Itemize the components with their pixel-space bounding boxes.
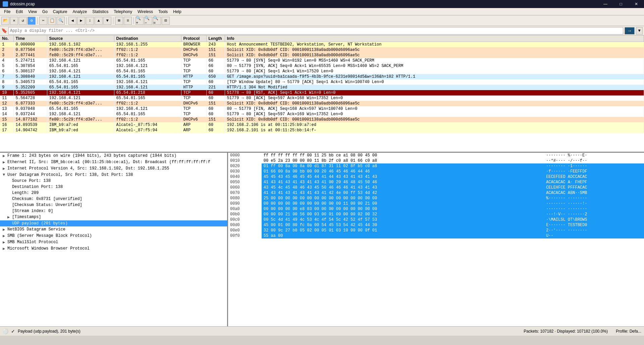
hex-ascii: ········ ·1······: [544, 163, 644, 169]
cell-no: 5: [0, 63, 13, 69]
detail-row-ethernet[interactable]: ▶Ethernet II, Src: IBM_bb:ce:a1 (00:11:2…: [0, 159, 227, 165]
detail-row-udp-stream[interactable]: [Stream index: 0]: [0, 208, 227, 214]
table-row[interactable]: 6 5.308137 192.168.4.121 65.54.81.165 TC…: [0, 69, 644, 74]
toolbar-cut-button[interactable]: ✂: [39, 17, 47, 25]
table-row[interactable]: 10 5.352605 192.168.4.121 65.54.81.218 T…: [0, 90, 644, 95]
cell-dst: 65.54.81.165: [114, 58, 181, 63]
toolbar-zoom-normal-button[interactable]: 🔍=: [153, 17, 161, 25]
close-button[interactable]: ✕: [629, 0, 644, 8]
cell-src: 65.54.81.165: [47, 79, 114, 85]
expand-icon: ▶: [3, 233, 7, 238]
bottom-panels: ▶Frame 1: 243 bytes on wire (1944 bits),…: [0, 153, 644, 336]
table-row[interactable]: 4 5.274711 192.168.4.121 65.54.81.165 TC…: [0, 58, 644, 63]
menu-item-edit[interactable]: Edit: [13, 9, 25, 15]
table-row[interactable]: 17 14.904742 IBM_b9:a7:ed Alcatel-_87:f5…: [0, 128, 644, 133]
hex-bytes: 41 43 41 43 41 43 41 43 41 00 20 46 48 4…: [262, 180, 544, 185]
packet-list[interactable]: No. Time Source Destination Protocol Len…: [0, 36, 644, 153]
table-row[interactable]: 1 0.000000 192.168.1.102 192.168.1.255 B…: [0, 42, 644, 48]
cell-dst: ff02::1:2: [114, 101, 181, 106]
table-row[interactable]: 5 5.307854 65.54.81.165 192.168.4.121 TC…: [0, 63, 644, 69]
toolbar-capture-button[interactable]: ⚙: [28, 17, 36, 25]
hex-view[interactable]: 0000 ff ff ff ff ff ff 00 11 25 bb ce a1…: [228, 153, 644, 336]
toolbar-goto-button[interactable]: ↕: [86, 17, 94, 25]
cell-proto: DHCPv6: [181, 117, 206, 122]
filter-input[interactable]: [8, 27, 623, 34]
toolbar-copy-button[interactable]: 📋: [48, 17, 56, 25]
cell-dst: 192.168.1.255: [114, 42, 181, 48]
detail-row-timestamps[interactable]: ▶[Timestamps]: [0, 214, 227, 220]
cell-time: 2.877441: [13, 53, 47, 58]
table-row[interactable]: 15 14.877182 fe80::5c29:ff4:d3e7... ff02…: [0, 117, 644, 122]
cell-proto: DHCPv6: [181, 101, 206, 106]
minimize-button[interactable]: —: [598, 0, 613, 8]
filter-dropdown-button[interactable]: ▼: [636, 27, 643, 34]
menu-item-go[interactable]: Go: [40, 9, 50, 15]
toolbar-reload-button[interactable]: ↺: [19, 17, 27, 25]
table-row[interactable]: 14 9.037244 192.168.4.121 65.54.81.165 T…: [0, 112, 644, 117]
table-row[interactable]: 3 2.877441 fe80::5c29:ff4:d3e7... ff02::…: [0, 53, 644, 58]
cell-info: 192.168.2.101 is at 00:11:25:bb:14:f-: [225, 128, 644, 133]
cell-len: 60: [206, 106, 225, 112]
cell-dst: 65.54.81.165: [114, 74, 181, 79]
detail-row-udp[interactable]: ▼User Datagram Protocol, Src Port: 138, …: [0, 172, 227, 178]
detail-text: User Datagram Protocol, Src Port: 138, D…: [7, 172, 224, 177]
toolbar-find-button[interactable]: 🔍: [57, 17, 65, 25]
detail-row-ip[interactable]: ▶Internet Protocol Version 4, Src: 192.1…: [0, 165, 227, 172]
packet-detail[interactable]: ▶Frame 1: 243 bytes on wire (1944 bits),…: [0, 153, 228, 336]
detail-row-frame[interactable]: ▶Frame 1: 243 bytes on wire (1944 bits),…: [0, 153, 227, 159]
filter-icon: 🔖: [1, 28, 7, 33]
table-row[interactable]: 7 5.308840 192.168.4.121 65.54.81.165 HT…: [0, 74, 644, 79]
detail-row-udp-dst[interactable]: Destination Port: 138: [0, 184, 227, 190]
toolbar-zoom-button[interactable]: ≡: [124, 17, 132, 25]
toolbar-open-button[interactable]: 📂: [1, 17, 9, 25]
detail-row-udp-len[interactable]: Length: 209: [0, 190, 227, 196]
menu-item-wireless[interactable]: Wireless: [135, 9, 156, 15]
detail-row-smb-mailslot[interactable]: ▶SMB MailSlot Protocol: [0, 239, 227, 246]
toolbar-close-button[interactable]: ✕: [10, 17, 18, 25]
menu-item-analyze[interactable]: Analyze: [70, 9, 90, 15]
toolbar-columns-button[interactable]: ⊞: [115, 17, 123, 25]
menu-item-view[interactable]: View: [25, 9, 40, 15]
table-row[interactable]: 12 6.877333 fe80::5c29:ff4:d3e7... ff02:…: [0, 101, 644, 106]
table-row[interactable]: 2 0.877504 fe80::5c29:ff4:d3e7... ff02::…: [0, 47, 644, 53]
detail-row-udp-payload[interactable]: UDP payload (201 bytes): [0, 220, 227, 226]
cell-src: 65.54.81.165: [47, 63, 114, 69]
hex-bytes: 00 5c 4d 41 49 4c 53 4c 4f 54 5c 42 52 4…: [262, 217, 544, 222]
toolbar-zoom-in-button[interactable]: 🔍+: [136, 17, 144, 25]
detail-text: [Timestamps]: [12, 215, 224, 219]
filter-apply-button[interactable]: →: [625, 27, 635, 34]
cell-proto: ARP: [181, 128, 206, 133]
hex-ascii: ········ ······!·: [544, 201, 644, 206]
toolbar-forward-button[interactable]: ▶: [77, 17, 85, 25]
menu-item-tools[interactable]: Tools: [156, 9, 170, 15]
menu-item-file[interactable]: File: [1, 9, 13, 15]
detail-row-udp-src[interactable]: Source Port: 138: [0, 178, 227, 184]
detail-row-netbios[interactable]: ▶NetBIOS Datagram Service: [0, 226, 227, 233]
table-row[interactable]: 9 5.352209 65.54.81.165 192.168.4.121 HT…: [0, 85, 644, 90]
detail-row-udp-chk-status[interactable]: [Checksum Status: Unverified]: [0, 202, 227, 208]
toolbar-back-button[interactable]: ◀: [68, 17, 76, 25]
table-row[interactable]: 11 5.564728 192.168.4.121 65.54.81.165 T…: [0, 95, 644, 101]
toolbar-next-button[interactable]: ▼: [103, 17, 111, 25]
toolbar-resize-button[interactable]: ⊡: [162, 17, 170, 25]
detail-text: Frame 1: 243 bytes on wire (1944 bits), …: [7, 153, 224, 158]
detail-row-udp-chk[interactable]: Checksum: 0x8731 [unverified]: [0, 196, 227, 202]
detail-row-browser[interactable]: ▶Microsoft Windows Browser Protocol: [0, 246, 227, 252]
menu-item-telephony[interactable]: Telephony: [111, 9, 135, 15]
table-row[interactable]: 8 5.340573 65.54.81.165 192.168.4.121 TC…: [0, 79, 644, 85]
detail-row-smb[interactable]: ▶SMB (Server Message Block Protocol): [0, 233, 227, 239]
cell-info: HTTP/1.1 304 Not Modified: [225, 85, 644, 90]
toolbar-zoom-out-button[interactable]: 🔍−: [144, 17, 152, 25]
maximize-button[interactable]: □: [613, 0, 629, 8]
table-row[interactable]: 13 9.037048 65.54.81.165 192.168.4.121 T…: [0, 106, 644, 112]
cell-len: 66: [206, 63, 225, 69]
cell-len: 60: [206, 128, 225, 133]
detail-text: SMB MailSlot Protocol: [7, 240, 224, 245]
table-row[interactable]: 16 14.893539 IBM_b9:a7:ed Alcatel-_87:f5…: [0, 122, 644, 128]
menu-item-capture[interactable]: Capture: [50, 9, 70, 15]
menu-item-help[interactable]: Help: [170, 9, 184, 15]
title-text: ddossim.pcap: [10, 2, 35, 6]
hex-bytes: 43 45 4c 45 48 46 43 45 50 46 46 46 41 4…: [262, 185, 544, 190]
menu-item-statistics[interactable]: Statistics: [90, 9, 111, 15]
toolbar-prev-button[interactable]: ▲: [95, 17, 103, 25]
